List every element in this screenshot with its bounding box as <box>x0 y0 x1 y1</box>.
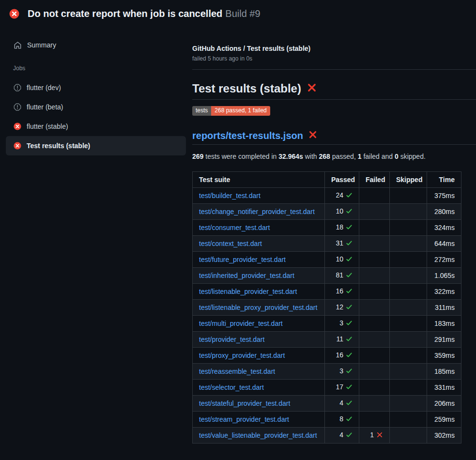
check-icon <box>346 368 353 376</box>
suite-link[interactable]: test/context_test.dart <box>199 240 262 247</box>
summary-segment: 268 <box>319 153 330 160</box>
failed-status-icon <box>9 9 19 19</box>
suite-cell: test/proxy_provider_test.dart <box>193 348 325 364</box>
suite-link[interactable]: test/proxy_provider_test.dart <box>199 352 285 359</box>
content-layout: Summary Jobs flutter (dev)flutter (beta)… <box>0 27 476 444</box>
table-row: test/selector_test.dart17331ms <box>193 380 461 396</box>
passed-count: 3 <box>339 319 343 327</box>
suite-link[interactable]: test/builder_test.dart <box>199 192 261 199</box>
failed-cell <box>359 316 390 332</box>
failed-x-icon <box>308 129 317 142</box>
skipped-cell <box>390 316 427 332</box>
home-icon <box>14 41 22 49</box>
time-cell: 644ms <box>427 236 461 252</box>
failed-cell <box>359 188 390 204</box>
skipped-cell <box>390 332 427 348</box>
passed-count: 17 <box>336 383 343 391</box>
passed-count: 31 <box>336 239 343 247</box>
skipped-cell <box>390 268 427 284</box>
summary-segment: 32.964s <box>278 153 303 160</box>
suite-link[interactable]: test/value_listenable_provider_test.dart <box>199 431 317 439</box>
x-circle-icon <box>14 142 21 150</box>
summary-segment: 0 <box>395 153 399 160</box>
sidebar: Summary Jobs flutter (dev)flutter (beta)… <box>0 27 192 155</box>
passed-cell: 8 <box>325 412 359 428</box>
check-icon <box>346 383 353 392</box>
table-row: test/inherited_provider_test.dart811.065… <box>193 268 461 284</box>
suite-cell: test/multi_provider_test.dart <box>193 316 325 332</box>
suite-cell: test/provider_test.dart <box>193 332 325 348</box>
passed-cell: 81 <box>325 268 359 284</box>
passed-cell: 31 <box>325 236 359 252</box>
cancelled-icon <box>14 103 21 111</box>
suite-cell: test/consumer_test.dart <box>193 220 325 236</box>
passed-count: 12 <box>336 303 343 311</box>
run-title: GitHub Actions / Test results (stable) <box>192 45 476 53</box>
suite-link[interactable]: test/stateful_provider_test.dart <box>199 399 290 407</box>
page-header: Do not create report when job is cancell… <box>0 0 476 27</box>
skipped-cell <box>390 188 427 204</box>
summary-segment: with <box>303 153 319 160</box>
skipped-cell <box>390 284 427 300</box>
summary-segment: passed, <box>330 153 358 160</box>
skipped-cell <box>390 364 427 380</box>
x-circle-icon <box>14 123 21 130</box>
passed-cell: 10 <box>325 252 359 268</box>
check-icon <box>346 320 353 328</box>
passed-count: 3 <box>339 367 343 375</box>
suite-link[interactable]: test/change_notifier_provider_test.dart <box>199 208 315 215</box>
passed-count: 8 <box>339 415 343 423</box>
suite-link[interactable]: test/multi_provider_test.dart <box>199 320 283 327</box>
check-icon <box>346 336 353 344</box>
failed-cell <box>359 348 390 364</box>
suite-link[interactable]: test/inherited_provider_test.dart <box>199 272 294 279</box>
passed-cell: 3 <box>325 316 359 332</box>
suite-link[interactable]: test/provider_test.dart <box>199 336 264 343</box>
suite-link[interactable]: test/listenable_provider_test.dart <box>199 288 297 295</box>
suite-link[interactable]: test/selector_test.dart <box>199 383 264 391</box>
sidebar-item-flutter-stable[interactable]: flutter (stable) <box>6 117 186 136</box>
sidebar-item-label: Test results (stable) <box>27 142 90 150</box>
suite-link[interactable]: test/listenable_proxy_provider_test.dart <box>199 304 317 311</box>
check-icon <box>346 352 353 360</box>
sidebar-summary-label: Summary <box>27 41 56 49</box>
passed-cell: 24 <box>325 188 359 204</box>
sidebar-item-flutter-beta[interactable]: flutter (beta) <box>6 97 186 117</box>
sidebar-item-summary[interactable]: Summary <box>6 35 186 55</box>
sidebar-item-flutter-dev[interactable]: flutter (dev) <box>6 78 186 97</box>
suite-link[interactable]: test/consumer_test.dart <box>199 224 270 231</box>
table-row: test/listenable_proxy_provider_test.dart… <box>193 300 461 316</box>
check-icon <box>346 415 353 424</box>
time-cell: 272ms <box>427 252 461 268</box>
column-header-failed: Failed <box>359 172 390 188</box>
suite-cell: test/change_notifier_provider_test.dart <box>193 204 325 220</box>
time-cell: 291ms <box>427 332 461 348</box>
passed-count: 10 <box>336 255 343 263</box>
table-row: test/reassemble_test.dart3185ms <box>193 364 461 380</box>
passed-cell: 4 <box>325 428 359 444</box>
check-icon <box>346 272 353 280</box>
table-row: test/builder_test.dart24375ms <box>193 188 461 204</box>
table-row: test/stream_provider_test.dart8259ms <box>193 412 461 428</box>
summary-segment: 1 <box>358 153 362 160</box>
passed-count: 16 <box>336 351 343 359</box>
skipped-cell <box>390 300 427 316</box>
check-icon <box>346 256 353 264</box>
time-cell: 331ms <box>427 380 461 396</box>
suite-cell: test/builder_test.dart <box>193 188 325 204</box>
failed-cell <box>359 268 390 284</box>
summary-segment: failed and <box>362 153 395 160</box>
table-row: test/proxy_provider_test.dart16359ms <box>193 348 461 364</box>
suite-link[interactable]: test/reassemble_test.dart <box>199 368 275 375</box>
passed-cell: 17 <box>325 380 359 396</box>
check-title-text: Test results (stable) <box>192 81 301 96</box>
suite-cell: test/stateful_provider_test.dart <box>193 396 325 412</box>
time-cell: 185ms <box>427 364 461 380</box>
time-cell: 259ms <box>427 412 461 428</box>
report-link[interactable]: reports/test-results.json <box>192 129 303 142</box>
suite-link[interactable]: test/stream_provider_test.dart <box>199 415 289 423</box>
sidebar-item-test-results-stable[interactable]: Test results (stable) <box>6 136 186 155</box>
skipped-cell <box>390 348 427 364</box>
suite-link[interactable]: test/future_provider_test.dart <box>199 256 286 263</box>
passed-count: 16 <box>336 287 343 295</box>
